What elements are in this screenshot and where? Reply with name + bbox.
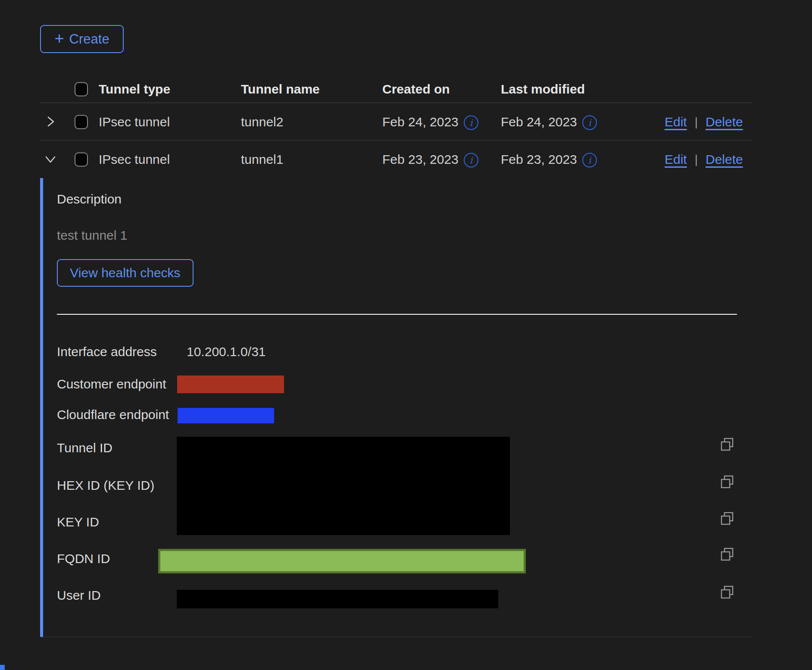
expand-chevron-right-icon[interactable] xyxy=(42,113,59,131)
table-header-row: Tunnel type Tunnel name Created on Last … xyxy=(40,75,752,103)
copy-icon[interactable] xyxy=(719,437,735,452)
corner-accent xyxy=(0,665,5,670)
fqdn-id-label: FQDN ID xyxy=(57,551,110,566)
created-on-value: Feb 23, 2023 xyxy=(382,152,459,167)
user-id-label: User ID xyxy=(57,588,101,603)
created-on-value: Feb 24, 2023 xyxy=(382,115,459,129)
edit-link[interactable]: Edit xyxy=(665,115,687,129)
info-icon[interactable]: i xyxy=(464,115,478,130)
tunnel-name-value: tunnel1 xyxy=(241,152,283,167)
info-icon[interactable]: i xyxy=(582,115,597,130)
plus-icon: + xyxy=(54,30,64,47)
row-checkbox[interactable] xyxy=(75,115,88,129)
info-icon[interactable]: i xyxy=(582,153,597,168)
table-row: IPsec tunnel tunnel1 Feb 23, 2023 i Feb … xyxy=(40,141,752,178)
tunnel-name-value: tunnel2 xyxy=(241,115,283,129)
create-button-label: Create xyxy=(69,31,109,47)
interface-address-label: Interface address xyxy=(57,344,157,359)
description-label: Description xyxy=(57,192,122,207)
column-header-tunnel-name: Tunnel name xyxy=(241,82,320,97)
user-id-redaction xyxy=(177,590,498,608)
delete-link[interactable]: Delete xyxy=(706,115,743,129)
customer-endpoint-label: Customer endpoint xyxy=(57,377,166,391)
key-id-label: KEY ID xyxy=(57,515,99,529)
action-separator: | xyxy=(695,115,698,129)
collapse-chevron-down-icon[interactable] xyxy=(42,151,59,168)
view-health-checks-button[interactable]: View health checks xyxy=(57,259,194,287)
table-row: IPsec tunnel tunnel2 Feb 24, 2023 i Feb … xyxy=(40,103,752,141)
create-button[interactable]: + Create xyxy=(40,25,124,53)
interface-address-value: 10.200.1.0/31 xyxy=(187,344,266,359)
tunnels-page: + Create Tunnel type Tunnel name Created… xyxy=(0,0,812,670)
column-header-last-modified: Last modified xyxy=(501,82,585,97)
hex-id-label: HEX ID (KEY ID) xyxy=(57,478,154,493)
copy-icon[interactable] xyxy=(719,547,735,562)
section-divider xyxy=(57,314,737,315)
column-header-tunnel-type: Tunnel type xyxy=(99,82,170,97)
ids-redaction xyxy=(177,437,510,535)
tunnel-type-value: IPsec tunnel xyxy=(99,115,170,129)
tunnel-type-value: IPsec tunnel xyxy=(99,152,170,167)
cloudflare-endpoint-redaction xyxy=(178,408,274,423)
copy-icon[interactable] xyxy=(719,585,735,600)
cloudflare-endpoint-label: Cloudflare endpoint xyxy=(57,407,169,422)
last-modified-value: Feb 23, 2023 xyxy=(501,152,577,167)
customer-endpoint-redaction xyxy=(177,376,284,393)
tunnel-id-label: Tunnel ID xyxy=(57,441,112,455)
edit-link[interactable]: Edit xyxy=(665,152,687,167)
action-separator: | xyxy=(695,153,698,166)
delete-link[interactable]: Delete xyxy=(706,152,743,167)
column-header-created-on: Created on xyxy=(382,82,450,97)
select-all-checkbox[interactable] xyxy=(75,82,88,96)
copy-icon[interactable] xyxy=(719,511,735,526)
panel-accent-bar xyxy=(40,178,43,637)
info-icon[interactable]: i xyxy=(464,153,478,168)
fqdn-id-redaction xyxy=(158,549,526,573)
copy-icon[interactable] xyxy=(719,474,735,490)
last-modified-value: Feb 24, 2023 xyxy=(501,115,577,129)
tunnel-detail-panel: Description test tunnel 1 View health ch… xyxy=(40,178,752,637)
row-checkbox[interactable] xyxy=(75,153,88,167)
description-value: test tunnel 1 xyxy=(57,228,127,243)
